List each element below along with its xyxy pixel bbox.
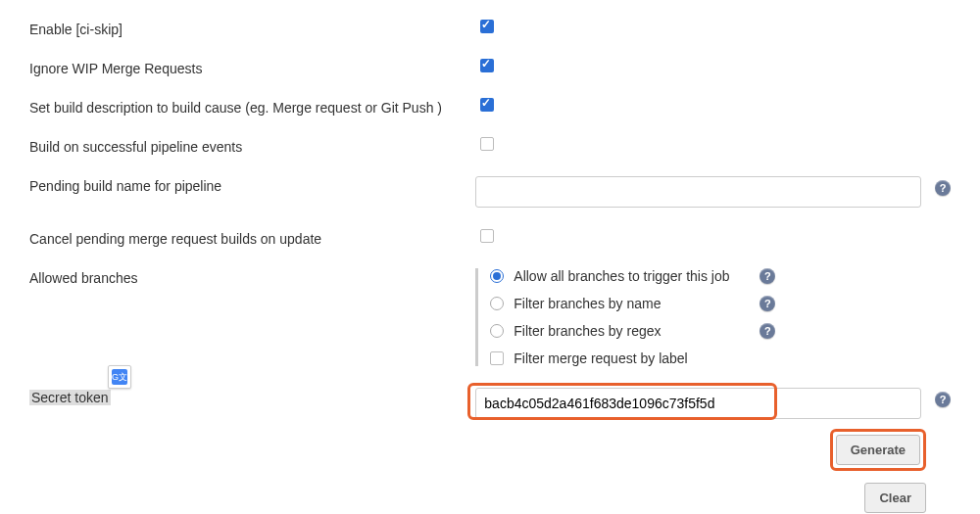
radio-label-allow-all: Allow all branches to trigger this job xyxy=(514,268,729,284)
help-icon[interactable]: ? xyxy=(935,392,951,407)
checkbox-ignore-wip[interactable] xyxy=(480,59,494,72)
radio-group-branches: Allow all branches to trigger this job ?… xyxy=(475,268,921,366)
row-pending-name: Pending build name for pipeline ? xyxy=(29,176,951,208)
highlight-generate: Generate xyxy=(830,429,926,471)
help-icon[interactable]: ? xyxy=(760,323,775,339)
checkbox-build-success[interactable] xyxy=(480,137,494,151)
input-pending-name[interactable] xyxy=(475,176,921,208)
label-pending-name: Pending build name for pipeline xyxy=(29,176,475,194)
radio-label-by-regex: Filter branches by regex xyxy=(514,323,661,339)
clear-button[interactable]: Clear xyxy=(864,483,926,513)
row-allowed-branches: Allowed branches Allow all branches to t… xyxy=(29,268,951,366)
label-secret-token: Secret token xyxy=(29,390,111,405)
label-cancel-pending: Cancel pending merge request builds on u… xyxy=(29,229,480,247)
row-build-desc: Set build description to build cause (eg… xyxy=(29,98,951,116)
radio-by-name[interactable] xyxy=(490,297,504,310)
row-ignore-wip: Ignore WIP Merge Requests xyxy=(29,59,951,76)
label-allowed-branches: Allowed branches xyxy=(29,268,475,286)
help-icon[interactable]: ? xyxy=(935,180,951,196)
input-secret-token[interactable] xyxy=(475,388,921,419)
row-secret-token: G文 Secret token ? xyxy=(29,388,951,419)
row-cancel-pending: Cancel pending merge request builds on u… xyxy=(29,229,951,247)
generate-button[interactable]: Generate xyxy=(836,435,920,465)
translate-icon[interactable]: G文 xyxy=(108,365,131,389)
label-build-desc: Set build description to build cause (eg… xyxy=(29,98,480,116)
checkbox-ci-skip[interactable] xyxy=(480,20,494,33)
checkbox-label-filter-label: Filter merge request by label xyxy=(514,350,687,366)
radio-allow-all[interactable] xyxy=(490,269,504,283)
help-icon[interactable]: ? xyxy=(760,296,775,311)
label-ignore-wip: Ignore WIP Merge Requests xyxy=(29,59,480,76)
help-icon[interactable]: ? xyxy=(760,268,775,284)
row-ci-skip: Enable [ci-skip] xyxy=(29,20,951,37)
radio-label-by-name: Filter branches by name xyxy=(514,296,661,311)
row-build-success: Build on successful pipeline events xyxy=(29,137,951,155)
checkbox-cancel-pending[interactable] xyxy=(480,229,494,243)
checkbox-filter-label[interactable] xyxy=(490,351,504,365)
checkbox-build-desc[interactable] xyxy=(480,98,494,112)
label-build-success: Build on successful pipeline events xyxy=(29,137,480,155)
radio-by-regex[interactable] xyxy=(490,324,504,338)
label-ci-skip: Enable [ci-skip] xyxy=(29,20,480,37)
